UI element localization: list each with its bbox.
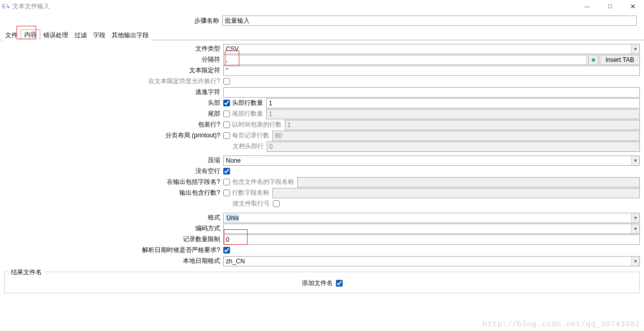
content-form: 文件类型 CSV ▾ 分隔符 ◆ Insert TAB 文本限定符 在文本限定符… [0,40,644,269]
row-include-rownum: 输出包含行数? 行数字段名称 [4,187,640,198]
tab-other[interactable]: 其他输出字段 [109,30,152,40]
date-locale-value: zh_CN [226,258,631,265]
rownum-by-file-checkbox[interactable] [273,200,280,207]
chevron-down-icon: ▾ [631,224,639,233]
encoding-label: 编码方式 [4,224,223,233]
window-buttons: — ☐ ✕ [576,0,644,12]
encoding-combo[interactable]: ▾ [223,224,640,234]
tab-content[interactable]: 内容 [21,29,40,40]
header-count-input[interactable] [266,98,640,108]
row-header: 头部 头部行数量 [4,98,640,108]
include-rownum-field-label: 行数字段名称 [232,188,269,197]
paged-count-label: 每页记录行数 [232,131,269,140]
paged-count-input [272,131,640,141]
group-result-filenames: 结果文件名 添加文件名 [4,272,640,293]
row-limit-label: 记录数量限制 [4,235,223,244]
separator-label: 分隔符 [4,55,223,64]
separator-input[interactable] [223,55,587,65]
tab-fields[interactable]: 字段 [90,30,109,40]
maximize-button[interactable]: ☐ [599,0,621,12]
window-title: 文本文件输入 [12,2,50,11]
row-separator: 分隔符 ◆ Insert TAB [4,54,640,65]
diamond-icon[interactable]: ◆ [588,55,599,65]
wrapped-count-label: 以时间包装的行数 [232,120,282,129]
close-button[interactable]: ✕ [621,0,644,12]
doc-header-input [267,141,640,152]
wrapped-count-input [285,120,640,130]
header-count-label: 头部行数量 [232,99,263,107]
insert-tab-button[interactable]: Insert TAB [600,55,640,65]
wrapped-label: 包装行? [4,120,223,129]
row-limit-input[interactable] [223,234,640,245]
include-filename-checkbox[interactable] [223,179,230,185]
compression-combo[interactable]: None ▾ [223,155,640,166]
compression-value: None [226,157,631,164]
row-file-type: 文件类型 CSV ▾ [4,43,640,54]
row-paged: 分页布局 (printout)? 每页记录行数 [4,130,640,141]
step-name-row: 步骤名称 [0,12,644,29]
tabstrip: 文件 内容 错误处理 过滤 字段 其他输出字段 [0,29,644,40]
add-filename-label: 添加文件名 [302,279,333,288]
row-include-filename: 在输出包括字段名? 包含文件名的字段名称 [4,177,640,187]
format-label: 格式 [4,213,223,222]
date-locale-label: 本地日期格式 [4,257,223,265]
chevron-down-icon: ▾ [631,156,639,165]
row-enclosure: 文本限定符 [4,65,640,76]
include-rownum-field-input [272,188,640,198]
row-rownum-by-file: 按文件取行号 [4,198,640,209]
wrapped-checkbox[interactable] [223,121,230,128]
watermark: http://blog.csdn.net/qq_36743482 [483,320,640,329]
allow-newline-label: 在文本限定符里允许换行? [4,77,223,86]
header-label: 头部 [4,99,223,107]
compression-label: 压缩 [4,156,223,165]
footer-checkbox[interactable] [223,111,230,117]
strict-date-checkbox[interactable] [223,247,230,254]
row-no-empty: 没有空行 [4,166,640,177]
date-locale-combo[interactable]: zh_CN ▾ [223,256,640,266]
enclosure-input[interactable] [223,66,640,76]
file-type-combo[interactable]: CSV ▾ [223,44,640,54]
row-compression: 压缩 None ▾ [4,155,640,166]
tab-error[interactable]: 错误处理 [40,30,71,40]
row-wrapped: 包装行? 以时间包装的行数 [4,119,640,130]
tab-filter[interactable]: 过滤 [71,30,90,40]
titlebar: E↳ 文本文件输入 [0,0,644,12]
paged-label: 分页布局 (printout)? [4,131,223,140]
app-icon: E↳ [2,2,10,10]
chevron-down-icon: ▾ [631,213,639,223]
file-type-value: CSV [226,45,631,53]
header-checkbox[interactable] [223,100,230,106]
include-rownum-checkbox[interactable] [223,190,230,196]
row-footer: 尾部 尾部行数量 [4,108,640,119]
paged-checkbox[interactable] [223,132,230,139]
escape-label: 逃逸字符 [4,88,223,97]
row-strict-date: 解析日期时候是否严格要求? [4,245,640,256]
doc-header-label: 文档头部行 [233,142,264,151]
rownum-by-file-label: 按文件取行号 [233,199,270,208]
row-allow-newline: 在文本限定符里允许换行? [4,76,640,87]
allow-newline-checkbox[interactable] [223,78,230,85]
row-escape: 逃逸字符 [4,87,640,98]
format-combo[interactable]: Unix ▾ [223,213,640,223]
chevron-down-icon: ▾ [631,257,639,266]
row-format: 格式 Unix ▾ [4,212,640,223]
tab-file[interactable]: 文件 [2,30,21,40]
footer-count-label: 尾部行数量 [232,109,263,118]
include-filename-field-label: 包含文件名的字段名称 [232,178,294,186]
include-filename-label: 在输出包括字段名? [4,178,223,186]
chevron-down-icon: ▾ [631,44,639,54]
row-row-limit: 记录数量限制 [4,234,640,245]
escape-input[interactable] [223,87,640,98]
include-rownum-label: 输出包含行数? [4,188,223,197]
row-doc-header: 文档头部行 [4,141,640,152]
step-name-input[interactable] [222,15,637,26]
include-filename-field-input [297,177,640,187]
file-type-label: 文件类型 [4,44,223,53]
minimize-button[interactable]: — [576,0,599,12]
add-filename-checkbox[interactable] [336,280,343,287]
no-empty-label: 没有空行 [4,167,223,176]
no-empty-checkbox[interactable] [223,168,230,175]
step-name-label: 步骤名称 [0,17,222,25]
row-encoding: 编码方式 ▾ [4,223,640,234]
enclosure-label: 文本限定符 [4,66,223,75]
